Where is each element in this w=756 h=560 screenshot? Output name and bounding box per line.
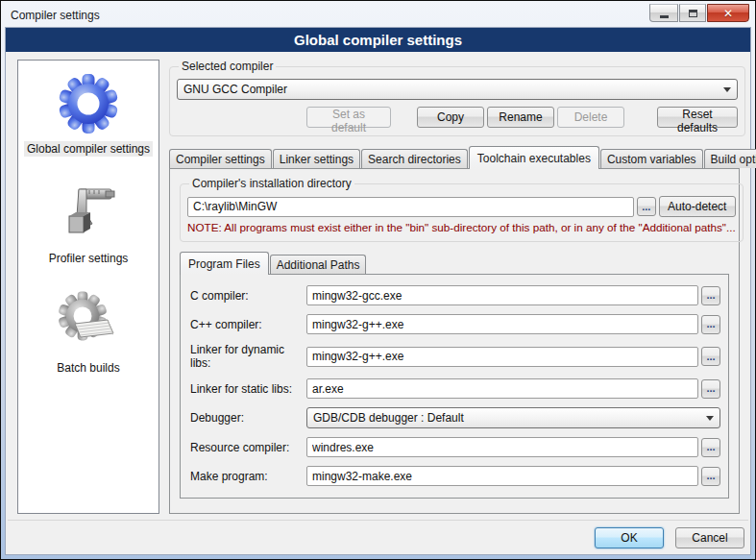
tab-search-directories[interactable]: Search directories <box>361 149 468 168</box>
field-label: Make program: <box>190 470 304 483</box>
installation-directory-group-label: Compiler's installation directory <box>189 177 354 190</box>
gray-gear-papers-icon <box>58 291 119 353</box>
blue-gear-icon <box>58 72 119 134</box>
tab-linker-settings[interactable]: Linker settings <box>273 149 360 168</box>
copy-button[interactable]: Copy <box>417 107 484 128</box>
browse-c-compiler-button[interactable]: ... <box>701 286 720 305</box>
settings-category-list: Global compiler settings <box>17 60 159 514</box>
sidebar-item-label: Batch builds <box>54 360 122 376</box>
ok-button[interactable]: OK <box>595 527 664 548</box>
cancel-button[interactable]: Cancel <box>675 527 744 548</box>
sidebar-item-profiler-settings[interactable]: Profiler settings <box>46 182 132 266</box>
reset-defaults-button[interactable]: Reset defaults <box>657 107 738 128</box>
browse-resource-compiler-button[interactable]: ... <box>701 438 720 457</box>
sidebar-item-global-compiler-settings[interactable]: Global compiler settings <box>24 72 153 157</box>
browse-make-program-button[interactable]: ... <box>701 467 720 486</box>
debugger-select[interactable]: GDB/CDB debugger : Default <box>306 407 720 428</box>
field-label: Linker for static libs: <box>190 382 304 396</box>
tab-compiler-settings[interactable]: Compiler settings <box>169 149 272 168</box>
browse-directory-button[interactable]: ... <box>637 197 656 216</box>
field-label: Linker for dynamic libs: <box>190 343 304 370</box>
field-label: C++ compiler: <box>190 318 304 331</box>
minimize-button[interactable] <box>649 4 678 22</box>
delete-button[interactable]: Delete <box>557 107 624 128</box>
program-files-panel: C compiler: ... C++ compiler: ... Linker… <box>180 274 729 499</box>
sidebar-item-label: Global compiler settings <box>24 141 153 157</box>
minimize-icon <box>660 15 669 18</box>
c-compiler-input[interactable] <box>306 285 698 305</box>
dynamic-linker-input[interactable] <box>306 347 698 367</box>
field-row-debugger: Debugger: GDB/CDB debugger : Default <box>190 407 720 428</box>
sidebar-item-label: Profiler settings <box>46 251 132 266</box>
settings-tab-strip: Compiler settings Linker settings Search… <box>169 145 740 168</box>
field-label: Resource compiler: <box>190 441 304 454</box>
close-icon: ✕ <box>723 8 733 19</box>
tab-build-options[interactable]: Build options <box>704 149 756 168</box>
dialog-client-area: Global compiler settings <box>5 27 751 555</box>
chevron-down-icon <box>723 87 731 92</box>
browse-static-linker-button[interactable]: ... <box>701 379 720 399</box>
field-row-c-compiler: C compiler: ... <box>190 285 720 305</box>
chevron-down-icon <box>706 416 714 421</box>
static-linker-input[interactable] <box>306 378 698 399</box>
page-title: Global compiler settings <box>6 28 750 52</box>
title-bar[interactable]: Compiler settings ✕ <box>5 4 751 27</box>
close-button[interactable]: ✕ <box>707 4 749 22</box>
field-row-make-program: Make program: ... <box>190 466 720 486</box>
resource-compiler-input[interactable] <box>306 437 698 457</box>
selected-compiler-group: Selected compiler GNU GCC Compiler Set a… <box>169 60 745 136</box>
compiler-settings-window: Compiler settings ✕ Global compiler sett… <box>0 0 756 560</box>
rename-button[interactable]: Rename <box>487 107 554 128</box>
maximize-icon <box>689 10 697 17</box>
window-controls: ✕ <box>649 4 749 22</box>
toolchain-sub-tab-strip: Program Files Additional Paths <box>180 253 729 274</box>
compiler-select[interactable]: GNU GCC Compiler <box>177 79 738 100</box>
make-program-input[interactable] <box>306 466 698 486</box>
note-text: NOTE: All programs must exist either in … <box>187 221 736 233</box>
field-label: C compiler: <box>190 289 304 303</box>
field-row-dynamic-linker: Linker for dynamic libs: ... <box>190 343 720 370</box>
installation-directory-input[interactable] <box>187 197 634 217</box>
auto-detect-button[interactable]: Auto-detect <box>659 196 736 217</box>
field-row-resource-compiler: Resource compiler: ... <box>190 437 720 457</box>
toolchain-executables-panel: Compiler's installation directory ... Au… <box>169 168 740 514</box>
browse-dynamic-linker-button[interactable]: ... <box>701 347 720 366</box>
dialog-footer: OK Cancel <box>8 520 748 554</box>
cpp-compiler-input[interactable] <box>306 314 698 334</box>
field-label: Debugger: <box>190 411 304 425</box>
compiler-select-value: GNU GCC Compiler <box>183 83 718 96</box>
subtab-additional-paths[interactable]: Additional Paths <box>270 255 367 274</box>
installation-directory-group: Compiler's installation directory ... Au… <box>180 177 744 242</box>
caliper-icon <box>58 182 119 243</box>
selected-compiler-group-label: Selected compiler <box>179 60 276 73</box>
debugger-select-value: GDB/CDB debugger : Default <box>313 411 700 425</box>
field-row-cpp-compiler: C++ compiler: ... <box>190 314 720 334</box>
window-title: Compiler settings <box>5 9 100 22</box>
tab-custom-variables[interactable]: Custom variables <box>600 149 703 168</box>
sidebar-item-batch-builds[interactable]: Batch builds <box>54 291 122 376</box>
subtab-program-files[interactable]: Program Files <box>180 252 269 275</box>
set-as-default-button[interactable]: Set as default <box>306 107 391 128</box>
tab-toolchain-executables[interactable]: Toolchain executables <box>469 146 599 169</box>
browse-cpp-compiler-button[interactable]: ... <box>701 315 720 334</box>
maximize-button[interactable] <box>679 4 706 22</box>
field-row-static-linker: Linker for static libs: ... <box>190 378 720 399</box>
